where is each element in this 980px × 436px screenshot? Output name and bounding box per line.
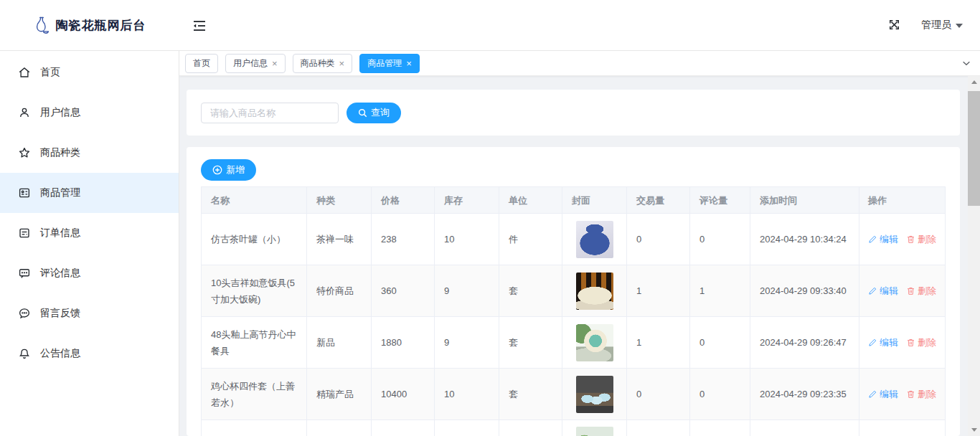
- sidebar-item-label: 公告信息: [40, 347, 80, 360]
- home-icon: [18, 66, 31, 79]
- user-icon: [18, 106, 31, 119]
- tab-label: 用户信息: [233, 57, 268, 70]
- cell-price: 10400: [372, 369, 435, 420]
- delete-button[interactable]: 删除: [906, 283, 936, 299]
- cell-trades: 0: [627, 214, 690, 265]
- cell-stock: [435, 420, 499, 436]
- column-header: 封面: [562, 187, 627, 213]
- edit-label: 编辑: [880, 334, 898, 351]
- scroll-down-arrow[interactable]: [968, 424, 980, 436]
- bell-icon: [18, 347, 31, 360]
- table-row: 鸡心杯四件套（上善若水） 精瑞产品 10400 10 套 0 0 2024-04…: [202, 369, 945, 420]
- cell-trades: [627, 420, 690, 436]
- cell-comments: 0: [690, 317, 750, 368]
- scrollbar-thumb[interactable]: [968, 91, 980, 206]
- cell-added-time: 2024-04-29 10:34:24: [750, 214, 859, 265]
- sidebar-item-label: 商品种类: [40, 146, 80, 159]
- product-cover-image: [576, 324, 613, 361]
- cell-price: 238: [372, 214, 435, 265]
- tab-users[interactable]: 用户信息 ×: [225, 54, 286, 73]
- tab-label: 首页: [193, 57, 210, 70]
- delete-button[interactable]: 删除: [906, 231, 936, 247]
- column-header: 价格: [372, 187, 435, 213]
- column-header: 单位: [499, 187, 562, 213]
- sidebar-item-label: 订单信息: [40, 227, 80, 240]
- tab-products[interactable]: 商品管理 ×: [359, 54, 420, 73]
- close-icon[interactable]: ×: [339, 59, 345, 68]
- delete-button[interactable]: 删除: [906, 386, 936, 402]
- column-header: 库存: [435, 187, 499, 213]
- search-icon: [358, 108, 367, 118]
- add-button[interactable]: 新增: [201, 159, 256, 181]
- cell-trades: 0: [627, 369, 690, 420]
- goods-icon: [18, 186, 31, 199]
- cell-trades: 1: [627, 265, 690, 316]
- main-content: 查询 新增 名称 种类 价格 库存 单位 封面 交易量 评论量 添加时间 操作: [179, 76, 968, 436]
- chevron-down-icon[interactable]: [961, 58, 971, 68]
- edit-label: 编辑: [880, 386, 898, 402]
- sidebar-collapse-icon[interactable]: [192, 19, 207, 32]
- vertical-scrollbar[interactable]: [968, 76, 980, 436]
- delete-label: 删除: [918, 334, 936, 351]
- plus-circle-icon: [212, 165, 222, 175]
- admin-label: 管理员: [921, 19, 951, 32]
- close-icon[interactable]: ×: [272, 59, 278, 68]
- edit-button[interactable]: 编辑: [868, 283, 898, 299]
- search-button[interactable]: 查询: [347, 103, 401, 123]
- sidebar-item-label: 评论信息: [40, 267, 80, 280]
- cell-unit: [499, 420, 562, 436]
- cell-comments: 0: [690, 214, 750, 265]
- search-panel: 查询: [187, 90, 960, 136]
- fullscreen-icon[interactable]: [888, 19, 901, 32]
- cell-category: 特价商品: [307, 265, 372, 316]
- sidebar-item-label: 商品管理: [40, 186, 80, 199]
- sidebar-item-comments[interactable]: 评论信息: [0, 253, 179, 293]
- cell-comments: 0: [690, 369, 750, 420]
- column-header: 添加时间: [750, 187, 859, 213]
- cell-name: [202, 420, 307, 436]
- delete-label: 删除: [918, 386, 936, 402]
- app-title: 陶瓷花瓶网后台: [56, 17, 146, 34]
- column-header: 评论量: [690, 187, 750, 213]
- star-icon: [18, 146, 31, 159]
- column-header: 操作: [859, 187, 946, 213]
- edit-button[interactable]: 编辑: [868, 386, 898, 402]
- sidebar-item-label: 用户信息: [40, 106, 80, 119]
- cell-unit: 套: [499, 317, 562, 368]
- tab-home[interactable]: 首页: [185, 54, 218, 73]
- cell-stock: 10: [435, 214, 499, 265]
- delete-button[interactable]: 删除: [906, 334, 936, 351]
- product-cover-image: [576, 427, 613, 436]
- admin-dropdown[interactable]: 管理员: [921, 19, 963, 32]
- sidebar-item-products[interactable]: 商品管理: [0, 173, 179, 213]
- cell-unit: 套: [499, 265, 562, 316]
- cell-unit: 件: [499, 214, 562, 265]
- product-cover-image: [576, 272, 613, 310]
- scroll-up-arrow[interactable]: [968, 76, 980, 88]
- sidebar: 首页 用户信息 商品种类 商品管理 订单信息 评论信息 留言反馈: [0, 51, 179, 436]
- cell-name: 鸡心杯四件套（上善若水）: [202, 369, 307, 420]
- column-header: 种类: [307, 187, 372, 213]
- tab-categories[interactable]: 商品种类 ×: [293, 54, 353, 73]
- column-header: 交易量: [627, 187, 690, 213]
- table-row: 48头釉上高节丹心中餐具 新品 1880 9 套 1 0 2024-04-29 …: [202, 317, 945, 369]
- table-header-row: 名称 种类 价格 库存 单位 封面 交易量 评论量 添加时间 操作: [202, 187, 945, 214]
- edit-button[interactable]: 编辑: [868, 334, 898, 351]
- search-input[interactable]: [201, 103, 339, 123]
- sidebar-item-announcements[interactable]: 公告信息: [0, 333, 179, 374]
- products-table: 名称 种类 价格 库存 单位 封面 交易量 评论量 添加时间 操作 仿古茶叶罐（…: [201, 186, 946, 436]
- sidebar-item-orders[interactable]: 订单信息: [0, 213, 179, 253]
- close-icon[interactable]: ×: [406, 59, 412, 68]
- sidebar-item-label: 首页: [40, 66, 60, 79]
- cell-comments: [690, 420, 750, 436]
- edit-button[interactable]: 编辑: [868, 231, 898, 247]
- cell-name: 仿古茶叶罐（小）: [202, 214, 307, 265]
- sidebar-item-home[interactable]: 首页: [0, 52, 179, 93]
- sidebar-item-feedback[interactable]: 留言反馈: [0, 293, 179, 333]
- sidebar-item-categories[interactable]: 商品种类: [0, 133, 179, 173]
- product-cover-image: [576, 376, 613, 413]
- edit-label: 编辑: [880, 231, 898, 247]
- delete-label: 删除: [918, 231, 936, 247]
- cell-stock: 9: [435, 317, 499, 368]
- sidebar-item-users[interactable]: 用户信息: [0, 93, 179, 133]
